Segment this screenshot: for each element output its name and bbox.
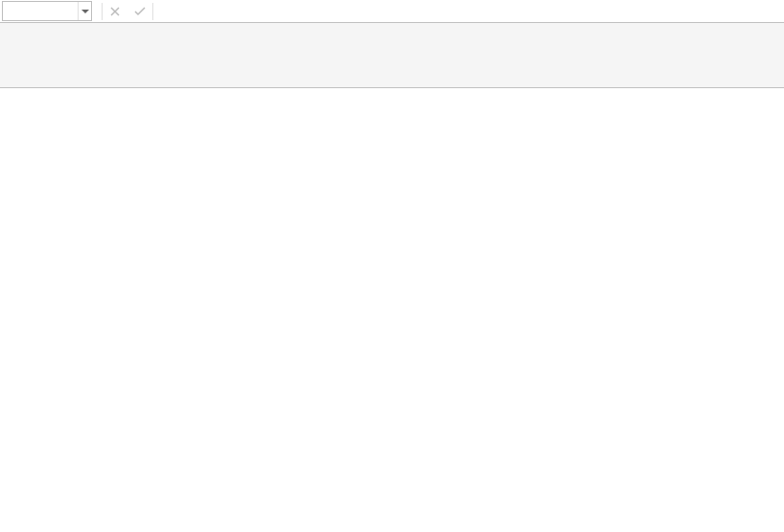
ribbon-collapsed-area <box>0 23 784 88</box>
x-icon <box>110 7 120 16</box>
insert-function-button[interactable] <box>153 1 178 21</box>
formula-buttons <box>102 1 178 21</box>
name-box-dropdown[interactable] <box>78 2 91 20</box>
enter-button[interactable] <box>127 1 152 21</box>
name-box[interactable] <box>2 1 92 21</box>
formula-bar <box>0 0 784 23</box>
check-icon <box>134 7 146 16</box>
cancel-button[interactable] <box>103 1 127 21</box>
formula-input[interactable] <box>178 0 782 22</box>
chevron-down-icon <box>81 10 89 13</box>
